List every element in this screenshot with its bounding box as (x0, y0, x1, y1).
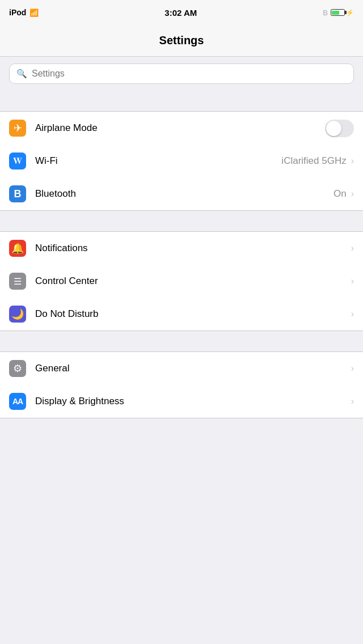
do-not-disturb-row-icon: 🌙 (9, 306, 26, 323)
status-time: 3:02 AM (164, 8, 197, 18)
settings-row-wifi[interactable]: 𝐖 Wi-Fi iClarified 5GHz › (0, 145, 363, 177)
status-left: iPod 📶 (9, 8, 39, 17)
status-right: B ⚡ (323, 9, 354, 17)
airplane-mode-icon: ✈ (9, 120, 26, 137)
settings-row-bluetooth[interactable]: B Bluetooth On › (0, 177, 363, 210)
battery-icon (331, 9, 345, 16)
bluetooth-row-icon: B (9, 185, 26, 202)
display-brightness-chevron: › (351, 397, 354, 406)
settings-row-notifications[interactable]: 🔔 Notifications › (0, 232, 363, 265)
general-chevron: › (351, 364, 354, 373)
section-gap-1 (0, 91, 363, 111)
moon-icon: 🌙 (11, 308, 24, 320)
page-title: Settings (159, 34, 204, 47)
search-icon: 🔍 (16, 69, 27, 79)
aa-icon: AA (12, 397, 23, 406)
settings-row-display-brightness[interactable]: AA Display & Brightness › (0, 385, 363, 418)
wifi-status-icon: 📶 (29, 9, 39, 17)
wifi-row-icon: 𝐖 (9, 152, 26, 170)
settings-row-do-not-disturb[interactable]: 🌙 Do Not Disturb › (0, 298, 363, 331)
airplane-icon: ✈ (14, 122, 22, 134)
search-section: 🔍 (0, 57, 363, 91)
notifications-label: Notifications (35, 243, 351, 254)
general-row-icon: ⚙ (9, 360, 26, 377)
charging-icon: ⚡ (346, 9, 354, 16)
do-not-disturb-chevron: › (351, 310, 354, 319)
control-center-row-icon: ☰ (9, 273, 26, 290)
wifi-label: Wi-Fi (35, 155, 281, 167)
airplane-mode-label: Airplane Mode (35, 122, 325, 134)
bluetooth-chevron: › (351, 189, 354, 198)
gear-icon: ⚙ (13, 362, 22, 375)
notifications-row-icon: 🔔 (9, 240, 26, 257)
section-gap-3 (0, 331, 363, 351)
settings-group-connectivity: ✈ Airplane Mode 𝐖 Wi-Fi iClarified 5GHz … (0, 111, 363, 211)
bluetooth-icon: B (14, 188, 22, 200)
bluetooth-status-icon: B (323, 9, 328, 17)
control-center-label: Control Center (35, 276, 351, 287)
wifi-icon: 𝐖 (13, 156, 22, 166)
wifi-chevron: › (351, 156, 354, 166)
settings-row-airplane-mode[interactable]: ✈ Airplane Mode (0, 112, 363, 145)
bluetooth-value: On (334, 188, 347, 200)
search-input[interactable] (32, 69, 347, 79)
settings-row-control-center[interactable]: ☰ Control Center › (0, 265, 363, 298)
settings-group-system: 🔔 Notifications › ☰ Control Center › 🌙 D… (0, 231, 363, 331)
settings-group-device: ⚙ General › AA Display & Brightness › (0, 351, 363, 418)
wifi-value: iClarified 5GHz (281, 155, 346, 167)
general-label: General (35, 363, 351, 374)
status-bar: iPod 📶 3:02 AM B ⚡ (0, 0, 363, 25)
control-center-chevron: › (351, 277, 354, 286)
bluetooth-label: Bluetooth (35, 188, 334, 200)
notifications-icon: 🔔 (11, 242, 24, 255)
notifications-chevron: › (351, 244, 354, 253)
control-center-icon: ☰ (14, 276, 22, 287)
section-gap-2 (0, 211, 363, 231)
do-not-disturb-label: Do Not Disturb (35, 308, 351, 320)
device-label: iPod (9, 8, 26, 17)
display-brightness-row-icon: AA (9, 393, 26, 410)
airplane-mode-toggle[interactable] (325, 120, 354, 137)
display-brightness-label: Display & Brightness (35, 396, 351, 407)
toggle-knob (326, 121, 341, 136)
search-bar[interactable]: 🔍 (9, 63, 354, 84)
battery-container: ⚡ (331, 9, 354, 16)
nav-header: Settings (0, 25, 363, 57)
settings-row-general[interactable]: ⚙ General › (0, 352, 363, 385)
battery-fill (332, 11, 339, 15)
